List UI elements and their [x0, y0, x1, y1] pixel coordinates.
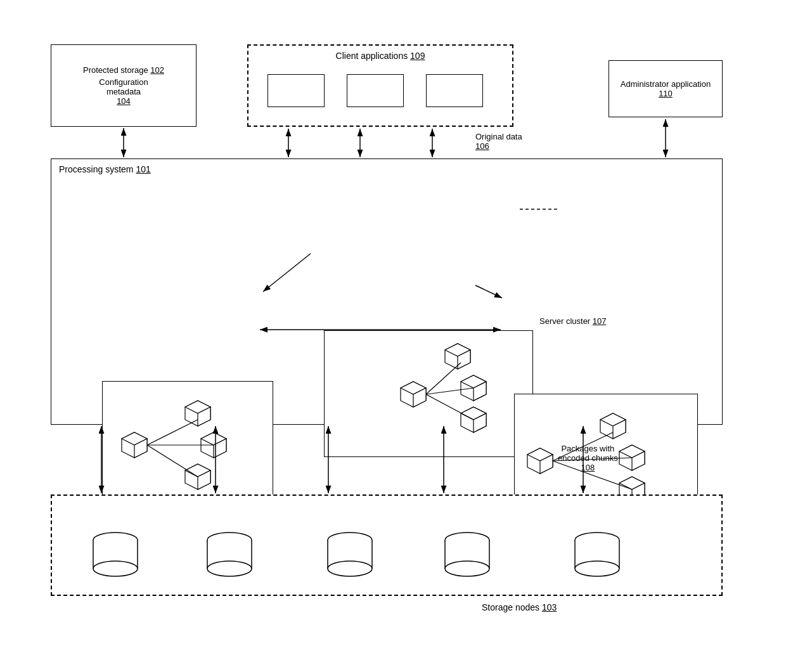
client-box-2 — [347, 74, 404, 107]
server-cluster-box — [324, 330, 533, 457]
storage-nodes-box — [51, 494, 723, 596]
storage-node-5 — [572, 529, 622, 582]
server-cluster-svg — [325, 331, 534, 458]
client-applications-label: Client applications 109 — [336, 51, 425, 61]
svg-point-54 — [207, 561, 252, 576]
storage-nodes-label: Storage nodes 103 — [482, 602, 557, 612]
server-cluster-label: Server cluster 107 — [539, 316, 607, 326]
packages-label: Packages withencoded chunks108 — [558, 444, 618, 472]
svg-line-12 — [426, 363, 461, 394]
storage-node-3 — [325, 529, 375, 582]
svg-line-14 — [426, 394, 474, 420]
protected-storage-box: Protected storage 102 Configurationmetad… — [51, 44, 196, 127]
protected-storage-label: Protected storage 102 — [83, 65, 164, 75]
config-metadata-label: Configurationmetadata104 — [99, 77, 148, 106]
processing-system-box: Processing system 101 — [51, 158, 723, 425]
svg-line-29 — [147, 445, 198, 477]
svg-point-59 — [328, 561, 372, 576]
left-server-svg — [103, 382, 274, 508]
svg-point-49 — [93, 561, 138, 576]
left-server-box — [102, 381, 273, 508]
client-box-1 — [267, 74, 325, 107]
client-box-3 — [426, 74, 483, 107]
storage-node-1 — [90, 529, 141, 582]
administrator-application-box: Administrator application 110 — [609, 60, 723, 117]
administrator-application-label: Administrator application 110 — [614, 79, 717, 98]
storage-node-4 — [442, 529, 493, 582]
storage-node-2 — [204, 529, 255, 582]
diagram-container: Protected storage 102 Configurationmetad… — [38, 19, 748, 647]
processing-system-label: Processing system 101 — [59, 164, 151, 174]
client-applications-box: Client applications 109 — [247, 44, 513, 127]
original-data-label: Original data106 — [475, 132, 522, 151]
svg-point-69 — [575, 561, 619, 576]
svg-line-27 — [147, 420, 198, 445]
svg-point-64 — [445, 561, 489, 576]
